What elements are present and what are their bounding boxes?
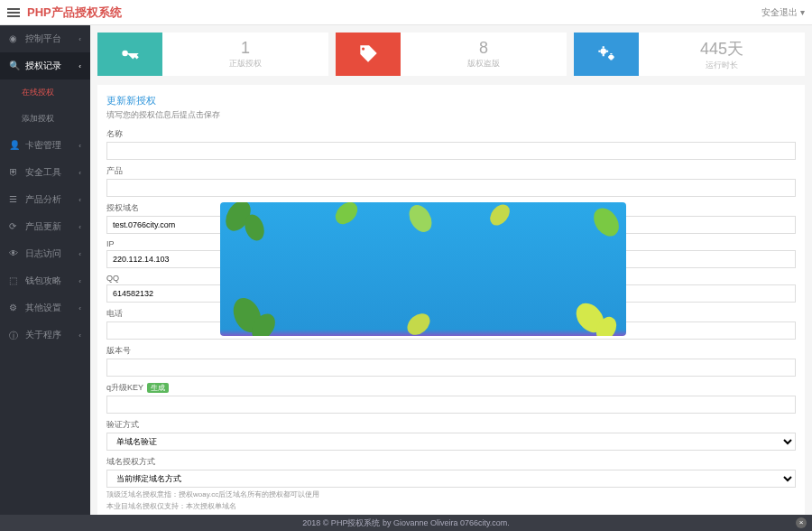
version-input[interactable] — [106, 359, 796, 377]
list-icon: ☰ — [9, 194, 20, 205]
form-title: 更新新授权 — [106, 94, 796, 107]
stat-value: 1 — [162, 39, 328, 58]
logout-link[interactable]: 安全退出 ▾ — [761, 6, 805, 19]
form-subtitle: 填写您的授权信息后提点击保存 — [106, 109, 796, 121]
name-input[interactable] — [106, 142, 796, 160]
svg-point-7 — [588, 203, 623, 241]
stat-label: 运行时长 — [639, 60, 805, 71]
sidebar-item-update[interactable]: ⟳产品更新‹ — [0, 213, 90, 240]
dashboard-icon: ◉ — [9, 33, 20, 44]
stat-card-auth: 1正版授权 — [97, 33, 328, 76]
sidebar-item-wallet[interactable]: ⬚钱包攻略‹ — [0, 267, 90, 294]
footer: 2018 © PHP授权系统 by Giovanne Oliveira 0766… — [0, 515, 812, 531]
decorative-banner — [220, 202, 626, 336]
verify-select[interactable]: 单域名验证 — [106, 433, 796, 451]
stat-label: 正版授权 — [162, 58, 328, 70]
version-label: 版本号 — [106, 345, 796, 357]
stat-card-uptime: 445天运行时长 — [574, 33, 805, 76]
stat-value: 8 — [401, 39, 567, 58]
stats-row: 1正版授权 8版权盗版 445天运行时长 — [97, 33, 805, 76]
app-logo: PHP产品授权系统 — [27, 5, 122, 21]
bind-select[interactable]: 当前绑定域名方式 — [106, 470, 796, 488]
bind-label: 域名授权方式 — [106, 456, 796, 468]
gears-icon — [574, 33, 639, 76]
sidebar-item-card[interactable]: 👤卡密管理‹ — [0, 132, 90, 159]
stat-label: 版权盗版 — [401, 58, 567, 70]
sidebar-item-logs[interactable]: 👁日志访问‹ — [0, 240, 90, 267]
sidebar-item-security[interactable]: ⛨安全工具‹ — [0, 159, 90, 186]
stat-card-piracy: 8版权盗版 — [336, 33, 567, 76]
bind-help1: 顶级泛域名授权意指：授权woay.cc后泛域名所有的授权都可以使用 — [106, 489, 796, 499]
sidebar-subitem-add-auth[interactable]: 添加授权 — [0, 106, 90, 132]
name-label: 名称 — [106, 128, 796, 140]
tag-icon — [336, 33, 401, 76]
product-label: 产品 — [106, 165, 796, 177]
cog-icon: ⚙ — [9, 303, 20, 313]
bind-help2: 本业目域名授权仅支持：本次授权单域名 — [106, 501, 796, 511]
sidebar-item-dashboard[interactable]: ◉控制平台‹ — [0, 25, 90, 52]
svg-point-1 — [609, 55, 614, 60]
user-icon: 👤 — [9, 140, 20, 151]
header: PHP产品授权系统 安全退出 ▾ — [0, 0, 812, 25]
leaves-decoration — [220, 202, 626, 336]
svg-point-0 — [601, 49, 607, 55]
svg-point-10 — [403, 309, 434, 336]
footer-close-icon[interactable]: × — [796, 517, 807, 528]
key-label: q升级KEY生成 — [106, 382, 796, 394]
svg-point-6 — [486, 202, 514, 229]
sidebar-item-auth-records[interactable]: 🔍授权记录‹ — [0, 52, 90, 79]
sidebar: ◉控制平台‹ 🔍授权记录‹ 在线授权 添加授权 👤卡密管理‹ ⛨安全工具‹ ☰产… — [0, 25, 90, 515]
footer-text: 2018 © PHP授权系统 by Giovanne Oliveira 0766… — [302, 518, 510, 527]
sidebar-item-settings[interactable]: ⚙其他设置‹ — [0, 294, 90, 321]
svg-point-5 — [404, 202, 436, 236]
stat-value: 445天 — [639, 38, 805, 60]
svg-point-4 — [331, 202, 362, 228]
key-icon — [97, 33, 162, 76]
menu-toggle-icon[interactable] — [7, 6, 20, 19]
verify-label: 验证方式 — [106, 419, 796, 431]
sidebar-item-analysis[interactable]: ☰产品分析‹ — [0, 186, 90, 213]
wallet-icon: ⬚ — [9, 275, 20, 286]
info-icon: ⓘ — [9, 330, 20, 340]
sidebar-subitem-online-auth[interactable]: 在线授权 — [0, 79, 90, 106]
generate-badge[interactable]: 生成 — [147, 383, 169, 393]
sidebar-item-about[interactable]: ⓘ关于程序‹ — [0, 321, 90, 349]
product-input[interactable] — [106, 179, 796, 197]
search-icon: 🔍 — [9, 61, 20, 71]
shield-icon: ⛨ — [9, 167, 20, 178]
eye-icon: 👁 — [9, 248, 20, 259]
key-input[interactable] — [106, 396, 796, 414]
refresh-icon: ⟳ — [9, 221, 20, 232]
